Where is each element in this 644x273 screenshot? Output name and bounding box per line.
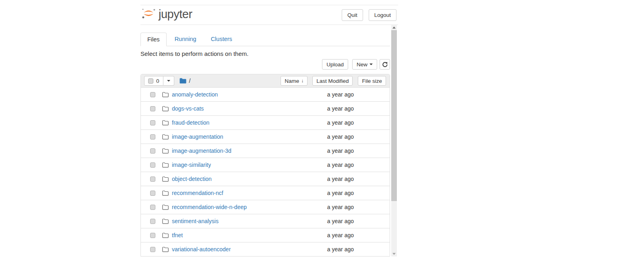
chevron-down-icon: [167, 80, 170, 82]
upload-button[interactable]: Upload: [322, 59, 348, 70]
row-checkbox[interactable]: [150, 162, 155, 168]
quit-button[interactable]: Quit: [342, 9, 363, 21]
table-row: image-similarity a year ago: [141, 158, 390, 172]
table-row: image-augmentation-3d a year ago: [141, 144, 390, 158]
row-checkbox[interactable]: [150, 205, 155, 210]
folder-outline-icon: [162, 247, 169, 252]
chevron-down-icon: [369, 64, 373, 65]
jupyter-app-panel: jupyter Quit Logout Files Running Cluste…: [140, 0, 398, 257]
tab-running[interactable]: Running: [168, 33, 203, 46]
logout-button[interactable]: Logout: [369, 9, 396, 21]
tab-files[interactable]: Files: [140, 33, 167, 46]
scrollbar-up-arrow[interactable]: [391, 25, 397, 30]
sort-name-button[interactable]: Name ↓: [281, 76, 308, 86]
folder-outline-icon: [162, 106, 169, 111]
arrow-down-icon: ↓: [301, 78, 303, 84]
row-checkbox[interactable]: [150, 92, 155, 97]
selected-count: 0: [156, 78, 159, 84]
folder-outline-icon: [162, 148, 169, 154]
last-modified-value: a year ago: [309, 176, 354, 182]
folder-outline-icon: [162, 134, 169, 140]
jupyter-logo-text: jupyter: [159, 8, 192, 23]
table-row: sentiment-analysis a year ago: [141, 214, 390, 228]
table-row: recommendation-ncf a year ago: [141, 186, 390, 200]
sort-file-size-button[interactable]: File size: [358, 76, 386, 86]
row-checkbox[interactable]: [150, 191, 155, 196]
header-buttons: Quit Logout: [342, 9, 396, 21]
row-checkbox[interactable]: [150, 148, 155, 154]
folder-outline-icon: [162, 162, 169, 168]
select-all-checkbox[interactable]: [148, 78, 153, 84]
breadcrumb-path: /: [189, 78, 191, 84]
table-row: fraud-detection a year ago: [141, 115, 390, 129]
last-modified-value: a year ago: [309, 232, 354, 238]
refresh-button[interactable]: [380, 59, 390, 70]
file-listing: 0 /: [140, 74, 390, 257]
table-row: dogs-vs-cats a year ago: [141, 101, 390, 115]
folder-link[interactable]: dogs-vs-cats: [172, 105, 204, 112]
folder-outline-icon: [162, 219, 169, 224]
folder-link[interactable]: variational-autoencoder: [172, 246, 231, 252]
row-checkbox[interactable]: [150, 219, 155, 224]
last-modified-value: a year ago: [309, 204, 354, 210]
jupyter-logo-icon: [141, 7, 156, 23]
jupyter-logo[interactable]: jupyter: [141, 7, 192, 23]
last-modified-value: a year ago: [309, 105, 354, 112]
select-all-group: 0: [144, 76, 174, 86]
last-modified-value: a year ago: [309, 133, 354, 140]
folder-solid-icon: [180, 78, 186, 84]
folder-outline-icon: [162, 120, 169, 125]
folder-outline-icon: [162, 92, 169, 97]
folder-link[interactable]: image-augmentation: [172, 133, 223, 140]
folder-link[interactable]: tfnet: [172, 232, 183, 238]
row-checkbox[interactable]: [150, 120, 155, 125]
row-checkbox[interactable]: [150, 177, 155, 182]
instruction-text: Select items to perform actions on them.: [140, 50, 390, 57]
select-filter-dropdown[interactable]: [163, 76, 174, 86]
scroll-region: Files Running Clusters Select items to p…: [140, 25, 391, 257]
select-all-button[interactable]: 0: [144, 76, 163, 86]
folder-link[interactable]: recommendation-wide-n-deep: [172, 204, 247, 210]
toolbar: Upload New: [140, 59, 390, 70]
folder-link[interactable]: object-detection: [172, 176, 212, 182]
last-modified-value: a year ago: [309, 246, 354, 252]
table-row: image-augmentation a year ago: [141, 129, 390, 144]
breadcrumb[interactable]: /: [180, 78, 191, 84]
file-rows: anomaly-detection a year ago dogs-vs-cat…: [141, 87, 390, 256]
folder-outline-icon: [162, 177, 169, 182]
last-modified-value: a year ago: [309, 148, 354, 154]
tab-clusters[interactable]: Clusters: [204, 33, 239, 46]
last-modified-value: a year ago: [309, 162, 354, 168]
folder-link[interactable]: fraud-detection: [172, 119, 209, 126]
folder-link[interactable]: recommendation-ncf: [172, 190, 223, 196]
last-modified-value: a year ago: [309, 218, 354, 224]
row-checkbox[interactable]: [150, 134, 155, 140]
scrollbar-down-arrow[interactable]: [391, 251, 397, 257]
last-modified-value: a year ago: [309, 91, 354, 98]
table-row: variational-autoencoder a year ago: [141, 242, 390, 256]
list-header: 0 /: [141, 74, 390, 87]
table-row: object-detection a year ago: [141, 172, 390, 186]
app-header: jupyter Quit Logout: [140, 5, 398, 25]
row-checkbox[interactable]: [150, 247, 155, 252]
folder-outline-icon: [162, 191, 169, 196]
row-checkbox[interactable]: [150, 233, 155, 238]
table-row: anomaly-detection a year ago: [141, 87, 390, 101]
scrollbar-thumb[interactable]: [391, 30, 397, 201]
refresh-icon: [382, 62, 388, 68]
row-checkbox[interactable]: [150, 106, 155, 111]
folder-outline-icon: [162, 205, 169, 210]
folder-link[interactable]: image-similarity: [172, 162, 211, 168]
last-modified-value: a year ago: [309, 119, 354, 126]
last-modified-value: a year ago: [309, 190, 354, 196]
table-row: tfnet a year ago: [141, 228, 390, 242]
sort-last-modified-button[interactable]: Last Modified: [312, 76, 353, 86]
folder-link[interactable]: sentiment-analysis: [172, 218, 219, 224]
folder-link[interactable]: anomaly-detection: [172, 91, 218, 98]
table-row: recommendation-wide-n-deep a year ago: [141, 200, 390, 214]
folder-outline-icon: [162, 233, 169, 238]
vertical-scrollbar[interactable]: [391, 25, 397, 257]
folder-link[interactable]: image-augmentation-3d: [172, 148, 231, 154]
tab-bar: Files Running Clusters: [140, 33, 390, 46]
new-dropdown-button[interactable]: New: [352, 59, 377, 70]
